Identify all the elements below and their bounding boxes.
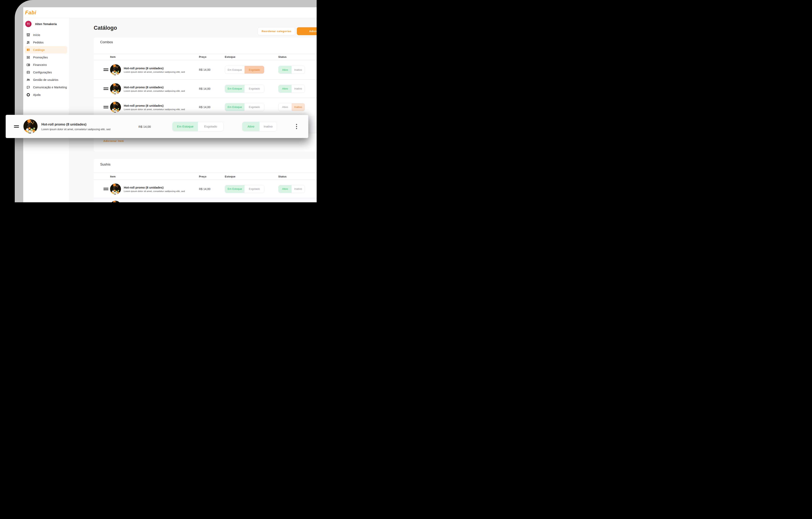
stock-toggle-out[interactable]: Esgotado — [198, 122, 223, 131]
add-item-link[interactable]: Adicionar item — [104, 139, 124, 142]
section-title: Combos — [100, 40, 113, 44]
reorder-categories-button[interactable]: Reordenar categorias — [258, 27, 295, 35]
sidebar-item-promocoes[interactable]: Promoções — [25, 54, 67, 61]
item-name: Hot-roll promo (8 unidades) — [124, 104, 185, 107]
divider — [94, 54, 317, 54]
sidebar-nav: Início Pedidos — [23, 31, 69, 99]
column-header-estoque: Estoque — [225, 55, 235, 58]
dragged-row-card[interactable]: Hot-roll promo (8 unidades) Lorem ipsum … — [6, 115, 308, 138]
sidebar-item-configuracoes[interactable]: Configurações — [25, 69, 67, 76]
add-category-button[interactable]: Adicionar categoria — [297, 27, 317, 35]
item-name: Hot-roll promo (8 unidades) — [124, 85, 185, 89]
item-description: Lorem ipsum dolor sit amet, consetetur s… — [124, 71, 185, 73]
sidebar-item-financeiro[interactable]: Financeiro — [25, 61, 67, 69]
stock-toggle-in[interactable]: Em Estoque — [225, 185, 244, 193]
item-description: Lorem ipsum dolor sit amet, consetetur s… — [41, 128, 111, 131]
stock-toggle-out[interactable]: Esgotado — [244, 66, 264, 74]
column-header-estoque: Estoque — [225, 175, 235, 178]
stock-toggle-in[interactable]: Em Estoque — [225, 66, 244, 74]
main-content: Catálogo Reordenar categorias Adicionar … — [69, 18, 317, 202]
item-name: Hot-roll promo (8 unidades) — [41, 122, 111, 126]
column-header-preco: Preço — [199, 55, 206, 58]
stock-toggle: Em Estoque Esgotado — [172, 122, 224, 131]
sidebar-item-label: Configurações — [33, 71, 52, 74]
table-row: Hot-roll promo (8 unidades) Lorem ipsum … — [94, 98, 317, 116]
table-row: Hot-roll promo (8 unidades) Lorem ipsum … — [94, 180, 317, 198]
table-row: Hot-roll promo (8 unidades) Lorem ipsum … — [94, 198, 317, 202]
item-name: Hot-roll promo (8 unidades) — [124, 66, 185, 70]
item-price: R$ 14,00 — [199, 68, 210, 71]
sidebar-item-label: Gestão de usuários — [33, 78, 58, 81]
stock-toggle-out[interactable]: Esgotado — [244, 85, 264, 92]
top-bar: Fabi — [23, 7, 317, 18]
storefront-icon — [26, 33, 30, 37]
receipt-icon — [26, 40, 30, 45]
drag-handle-icon[interactable] — [104, 69, 109, 71]
divider — [94, 172, 317, 173]
lifebuoy-icon — [26, 93, 30, 97]
ticket-star-icon — [26, 55, 30, 59]
sidebar-item-comunicacao-marketing[interactable]: Comunicação e Marketing — [25, 83, 67, 91]
item-photo — [110, 201, 121, 202]
merchant-avatar — [25, 21, 31, 27]
status-toggle: Ativo Inativo — [278, 103, 305, 111]
sidebar-item-label: Comunicação e Marketing — [33, 86, 67, 89]
status-toggle-off[interactable]: Inativo — [292, 185, 305, 193]
status-toggle-on[interactable]: Ativo — [242, 122, 260, 131]
stock-toggle: Em Estoque Esgotado — [225, 85, 264, 93]
status-toggle-off[interactable]: Inativo — [292, 66, 305, 74]
status-toggle-on[interactable]: Ativo — [279, 103, 292, 111]
item-price: R$ 14,00 — [139, 125, 151, 128]
status-toggle-off[interactable]: Inativo — [260, 122, 277, 131]
stock-toggle-in[interactable]: Em Estoque — [225, 85, 244, 92]
sidebar-item-pedidos[interactable]: Pedidos — [25, 38, 67, 46]
status-toggle: Ativo Inativo — [278, 66, 305, 74]
stock-toggle: Em Estoque Esgotado — [225, 66, 264, 74]
status-toggle-off[interactable]: Inativo — [292, 85, 305, 92]
sidebar-item-label: Financeiro — [33, 63, 47, 66]
drag-handle-icon[interactable] — [104, 87, 109, 90]
sidebar-item-catalogo[interactable]: Catálogo — [25, 46, 67, 54]
drag-handle-icon[interactable] — [104, 188, 109, 190]
page-title: Catálogo — [94, 25, 117, 31]
column-header-item: Item — [110, 55, 116, 58]
status-toggle-on[interactable]: Ativo — [279, 66, 292, 74]
merchant-name: Hiten Temakeria — [35, 22, 57, 26]
item-price: R$ 14,00 — [199, 106, 210, 109]
header-actions: Reordenar categorias Adicionar categoria — [258, 27, 317, 35]
status-toggle-on[interactable]: Ativo — [279, 185, 292, 193]
sidebar-item-label: Promoções — [33, 56, 48, 59]
fabi-logo: Fabi — [25, 9, 36, 16]
screen: Fabi Hiten Temakeria — [0, 0, 317, 202]
column-header-status: Status — [278, 175, 287, 178]
status-toggle-off[interactable]: Inativo — [292, 103, 305, 111]
sidebar-item-gestao-usuarios[interactable]: Gestão de usuários — [25, 76, 67, 83]
sidebar-item-label: Pedidos — [33, 41, 44, 44]
item-price: R$ 14,00 — [199, 87, 210, 90]
status-toggle: Ativo Inativo — [242, 122, 277, 131]
item-name: Hot-roll promo (8 unidades) — [124, 186, 185, 189]
item-description: Lorem ipsum dolor sit amet, consetetur s… — [124, 190, 185, 192]
status-toggle: Ativo Inativo — [278, 185, 305, 193]
stock-toggle: Em Estoque Esgotado — [225, 185, 264, 193]
section-card-sushis: Sushis Item Preço Estoque Status Hot-rol… — [94, 159, 317, 202]
merchant-profile[interactable]: Hiten Temakeria — [25, 21, 69, 27]
item-photo — [110, 184, 121, 194]
item-photo — [23, 119, 37, 133]
stock-toggle-in[interactable]: Em Estoque — [172, 122, 198, 131]
stock-toggle-out[interactable]: Esgotado — [244, 185, 264, 193]
drag-handle-icon[interactable] — [104, 106, 109, 108]
item-text: Hot-roll promo (8 unidades) Lorem ipsum … — [124, 186, 185, 192]
status-toggle-on[interactable]: Ativo — [279, 85, 292, 92]
sidebar-item-inicio[interactable]: Início — [25, 31, 67, 38]
drag-handle-icon[interactable] — [14, 125, 19, 128]
item-text: Hot-roll promo (8 unidades) Lorem ipsum … — [124, 104, 185, 110]
sidebar-item-ajuda[interactable]: Ajuda — [25, 91, 67, 99]
item-description: Lorem ipsum dolor sit amet, consetetur s… — [124, 108, 185, 110]
column-header-item: Item — [110, 175, 116, 178]
kebab-menu-icon[interactable] — [296, 124, 297, 129]
stock-toggle-in[interactable]: Em Estoque — [225, 103, 244, 111]
table-row: Hot-roll promo (8 unidades) Lorem ipsum … — [94, 80, 317, 98]
item-text: Hot-roll promo (8 unidades) Lorem ipsum … — [124, 85, 185, 92]
stock-toggle-out[interactable]: Esgotado — [244, 103, 264, 111]
